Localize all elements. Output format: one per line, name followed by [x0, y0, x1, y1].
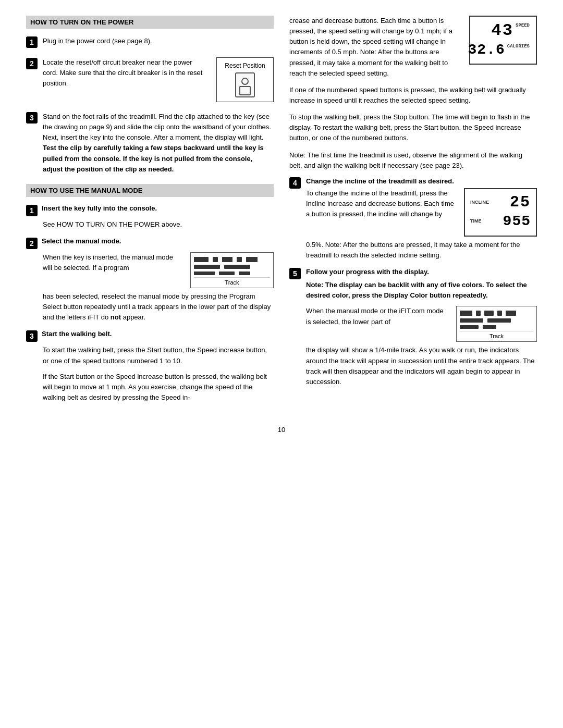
right-para3: To stop the walking belt, press the Stop…: [289, 112, 537, 143]
speed-value: 43: [492, 21, 513, 40]
manual-step-number-1: 1: [26, 205, 38, 216]
right-step-5-content: Follow your progress with the display. N…: [306, 268, 537, 387]
right-step-4: 4 Change the incline of the treadmill as…: [289, 177, 537, 261]
manual-step-3-body1: To start the walking belt, press the Sta…: [43, 345, 274, 366]
manual-step-3: 3 Start the walking belt. To start the w…: [26, 330, 274, 403]
right-step-5: 5 Follow your progress with the display.…: [289, 268, 537, 387]
right-step-4-content: Change the incline of the treadmill as d…: [306, 177, 537, 261]
incline-value: 25: [510, 193, 531, 211]
step-3-clip: 3 Stand on the foot rails of the treadmi…: [26, 112, 274, 175]
track-display-bottom: Track: [456, 306, 537, 342]
reset-position-box: Reset Position: [216, 57, 274, 102]
step-3-content: Stand on the foot rails of the treadmill…: [43, 112, 274, 175]
manual-step-number-3: 3: [26, 330, 38, 342]
left-column: HOW TO TURN ON THE POWER 1 Plug in the p…: [26, 16, 274, 410]
manual-step-2: 2 Select the manual mode. When the key i…: [26, 237, 274, 323]
step-number-1: 1: [26, 36, 38, 48]
time-value: 955: [503, 213, 531, 229]
step-number-3: 3: [26, 112, 38, 124]
reset-icon: [235, 72, 255, 97]
manual-step-1-body: See HOW TO TURN ON THE POWER above.: [43, 219, 274, 230]
page-number: 10: [26, 426, 537, 434]
step-1-content: Plug in the power cord (see page 8).: [43, 36, 274, 46]
right-top-section: crease and decrease buttons. Each time a…: [289, 16, 537, 79]
calories-value: 32.6: [468, 42, 505, 58]
section1-title: HOW TO TURN ON THE POWER: [30, 18, 133, 26]
right-para1: crease and decrease buttons. Each time a…: [289, 16, 464, 79]
step-2-text: Locate the reset/off circuit breaker nea…: [43, 57, 209, 89]
reset-label: Reset Position: [225, 62, 265, 69]
manual-step-number-2: 2: [26, 238, 38, 249]
manual-step-3-body2: If the Start button or the Speed increas…: [43, 372, 274, 403]
step-2-reset: 2 Locate the reset/off circuit breaker n…: [26, 57, 274, 102]
right-step-5-header: Follow your progress with the display.: [306, 268, 429, 276]
section2-header: HOW TO USE THE MANUAL MODE: [26, 184, 274, 197]
step-2-content: Locate the reset/off circuit breaker nea…: [43, 57, 274, 102]
track-label-step2: Track: [194, 277, 270, 288]
manual-step-1: 1 Insert the key fully into the console.…: [26, 204, 274, 230]
right-para2: If one of the numbered speed buttons is …: [289, 85, 537, 106]
right-step-5-body2: the display will show a 1/4-mile track. …: [306, 345, 537, 387]
right-step-5-bold-note: Note: The display can be backlit with an…: [306, 280, 537, 301]
right-para4: Note: The first time the treadmill is us…: [289, 150, 537, 171]
right-step-4-header: Change the incline of the treadmill as d…: [306, 177, 454, 185]
step-3-text: Stand on the foot rails of the treadmill…: [43, 112, 274, 175]
right-step-4-body1: To change the incline of the treadmill, …: [306, 188, 458, 219]
section1-header: HOW TO TURN ON THE POWER: [26, 16, 274, 29]
right-para1-text: crease and decrease buttons. Each time a…: [289, 16, 464, 79]
speed-display: 43 SPEED 32.6 CALORIES: [469, 16, 537, 65]
right-step-number-5: 5: [289, 268, 301, 279]
right-step-4-body2: 0.5%. Note: After the buttons are presse…: [306, 240, 537, 261]
manual-step-3-header: Start the walking belt.: [42, 330, 112, 338]
calories-label: CALORIES: [507, 44, 530, 49]
track-label-bottom: Track: [460, 331, 533, 341]
manual-step-1-header: Insert the key fully into the console.: [42, 204, 157, 212]
track-display-step2: Track: [190, 252, 274, 288]
step-1-text: Plug in the power cord (see page 8).: [43, 36, 274, 46]
incline-display: INCLINE 25 TIME 955: [464, 188, 537, 237]
manual-step-2-body2: has been selected, reselect the manual m…: [43, 291, 274, 323]
manual-step-2-body1: When the key is inserted, the manual mod…: [43, 252, 184, 273]
section2-title: HOW TO USE THE MANUAL MODE: [30, 187, 142, 194]
time-label: TIME: [470, 218, 482, 224]
speed-label: SPEED: [516, 23, 530, 28]
incline-label: INCLINE: [470, 200, 489, 205]
step-1-turn-on: 1 Plug in the power cord (see page 8).: [26, 36, 274, 48]
manual-step-2-header: Select the manual mode.: [42, 237, 121, 245]
right-column: crease and decrease buttons. Each time a…: [289, 16, 537, 410]
right-step-number-4: 4: [289, 177, 301, 189]
right-step-5-body1: When the manual mode or the iFIT.com mod…: [306, 306, 450, 327]
step-number-2: 2: [26, 58, 38, 69]
